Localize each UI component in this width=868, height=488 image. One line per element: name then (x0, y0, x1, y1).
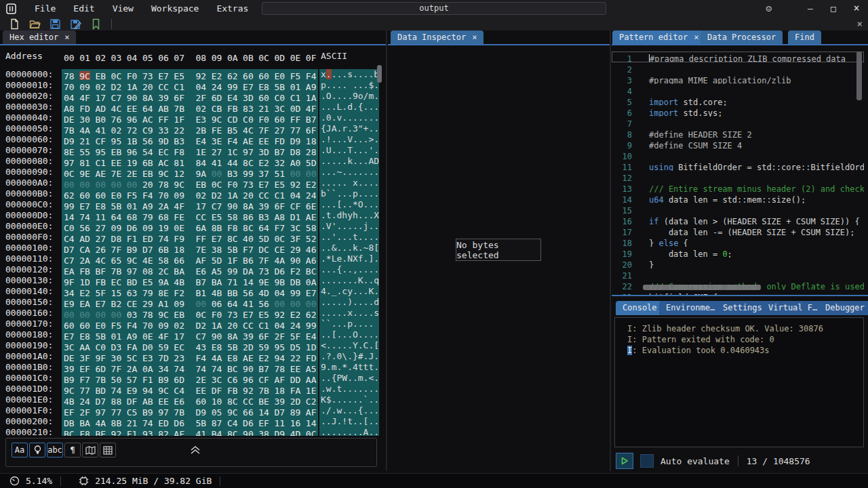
code-line-9[interactable]: 9#define CSUM_SIZE 4 (612, 138, 864, 149)
panel-close-icon[interactable]: × (857, 18, 863, 29)
hex-byte[interactable]: 38 (258, 429, 274, 436)
ascii-cell[interactable]: K$......`....9-. (319, 394, 379, 405)
ascii-cell[interactable]: ..J.!t..[....... (319, 416, 379, 427)
ascii-cell[interactable]: .V'.....j...d.<X (319, 221, 379, 232)
code-line-5[interactable]: 5import std.core; (612, 95, 864, 106)
code-line-13[interactable]: 13/// Entire stream minus header (2) and… (612, 182, 864, 192)
ascii-cell[interactable]: b``...p.... ...$ (319, 188, 379, 199)
ascii-cell[interactable]: .*Le.NXf.]...J.. (319, 253, 379, 264)
console-tab-environme-[interactable]: Environme… (659, 301, 722, 315)
ascii-cell[interactable]: 9.m.*.4ttt...x.. (319, 362, 379, 373)
ascii-cell[interactable]: ...L.d.{....!<.O (319, 102, 379, 113)
auto-evaluate-checkbox[interactable] (640, 454, 654, 468)
ascii-cell[interactable]: p.... ...$...[.. (319, 80, 379, 91)
menu-extras[interactable]: Extras (208, 0, 257, 17)
hex-byte[interactable]: F8 (79, 429, 95, 436)
bookmark-icon[interactable] (90, 18, 102, 30)
tab-pattern-editor[interactable]: Pattern editor× (612, 30, 705, 44)
hex-byte[interactable]: 90 (243, 429, 258, 436)
minimap-button[interactable] (82, 443, 98, 458)
output-selector[interactable]: output (262, 2, 606, 15)
ascii-cell[interactable]: .0.v.........`.. (319, 113, 379, 123)
code-line-6[interactable]: 6import std.sys; (612, 106, 864, 117)
close-button[interactable]: × (845, 0, 868, 17)
new-file-icon[interactable] (9, 18, 20, 30)
ascii-cell[interactable]: ..&...k.~8[...)F (319, 243, 379, 253)
ascii-abc-button[interactable]: abc (47, 443, 63, 458)
ascii-cell[interactable]: .......K..q..... (319, 275, 379, 286)
ascii-cell[interactable]: .....k...AD..2.] (319, 156, 379, 167)
code-line-12[interactable]: 12 (612, 171, 864, 182)
ascii-cell[interactable]: ...[..*O....9o.n (319, 199, 379, 210)
tab-data-processor[interactable]: Data Processor (701, 30, 783, 44)
code-line-20[interactable]: 20} (612, 258, 864, 268)
save-as-icon[interactable] (70, 18, 81, 30)
minimize-button[interactable]: – (799, 0, 822, 17)
menu-workspace[interactable]: Workspace (142, 0, 208, 17)
code-line-15[interactable]: 15 (612, 203, 864, 214)
ascii-cell[interactable]: .....)....dAV... (319, 297, 379, 308)
hex-byte[interactable]: 4D (290, 429, 306, 436)
hex-byte[interactable]: 92 (111, 429, 127, 436)
console-tab-debugger[interactable]: Debugger (818, 301, 868, 315)
code-line-14[interactable]: 14u64 data_len = std::mem::size(); (612, 192, 864, 203)
tab-data-inspector[interactable]: Data Inspector× (391, 30, 484, 44)
save-icon[interactable] (50, 18, 61, 30)
code-line-10[interactable]: 10 (612, 149, 864, 160)
ascii-cell[interactable]: ........A...8.M. (319, 427, 379, 436)
hex-byte[interactable]: AF (174, 429, 189, 436)
hex-byte[interactable]: BE (95, 429, 111, 436)
hex-byte[interactable]: B4 (212, 429, 227, 436)
code-line-19[interactable]: 19 data_len = 0; (612, 247, 864, 258)
ascii-cell[interactable]: .....x....s....b (319, 308, 379, 319)
code-line-21[interactable]: 21 (612, 268, 864, 279)
hex-scrollbar-thumb[interactable] (377, 65, 382, 83)
ascii-cell[interactable]: <.....Y.C.[-Y... (319, 340, 379, 351)
ascii-cell[interactable]: x....s....b``... (319, 69, 379, 80)
menu-edit[interactable]: Edit (64, 0, 103, 17)
ascii-cell[interactable]: .O....9o/m.=`... (319, 91, 379, 102)
panel-divider[interactable] (386, 30, 387, 471)
menu-view[interactable]: View (104, 0, 142, 17)
paragraph-button[interactable]: ¶ (64, 443, 81, 458)
code-line-11[interactable]: 11using BitfieldOrder = std::core::Bitfi… (612, 160, 864, 171)
ascii-cell[interactable]: ``...p.... ...$. (319, 319, 379, 329)
pattern-console-splitter[interactable] (612, 295, 868, 296)
feedback-smiley-icon[interactable]: ☺ (766, 3, 772, 14)
code-line-4[interactable]: 4 (612, 84, 864, 95)
ascii-cell[interactable]: ...{..,.....s... (319, 264, 379, 275)
code-line-17[interactable]: 17 data_len -= (HEADER_SIZE + CSUM_SIZE)… (612, 225, 864, 236)
pattern-code-editor[interactable]: 1#pragma description ZLIB compressed dat… (612, 52, 864, 296)
hex-byte[interactable]: BC (64, 429, 79, 436)
evaluate-play-button[interactable] (616, 453, 633, 469)
tab-close-icon[interactable]: × (472, 33, 477, 42)
ascii-cell[interactable]: 4._.cy...K.VM... (319, 286, 379, 297)
tab-hex-editor[interactable]: Hex editor× (3, 30, 76, 44)
hex-byte[interactable]: 93 (142, 429, 158, 436)
code-line-1[interactable]: 1#pragma description ZLIB compressed dat… (612, 52, 864, 62)
ascii-cell[interactable]: ./.w...{...f.... (319, 405, 379, 416)
hex-byte[interactable]: D9 (274, 429, 290, 436)
code-line-2[interactable]: 2 (612, 62, 864, 73)
ascii-cell[interactable]: ..'...t....@].?R (319, 232, 379, 243)
open-file-icon[interactable] (29, 18, 41, 30)
ascii-cell[interactable]: ...~........7Q.. (319, 167, 379, 178)
ascii-cell[interactable]: ..{PW..m.<...... (319, 373, 379, 384)
pattern-hscrollbar-thumb[interactable] (643, 285, 761, 290)
menu-file[interactable]: File (26, 0, 64, 17)
ascii-cell[interactable]: .w.t........{... (319, 384, 379, 394)
highlight-bulb-button[interactable] (29, 443, 45, 458)
grid-button[interactable] (100, 443, 116, 458)
code-line-18[interactable]: 18} else { (612, 236, 864, 247)
hex-byte[interactable]: 41 (196, 429, 212, 436)
code-line-16[interactable]: 16if (data_len > (HEADER_SIZE + CSUM_SIZ… (612, 214, 864, 225)
hex-byte[interactable]: 82 (158, 429, 174, 436)
hex-byte[interactable]: 8C (227, 429, 243, 436)
ascii-cell[interactable]: ..... x....s.... (319, 178, 379, 188)
collapse-footer-button[interactable] (185, 441, 205, 459)
ascii-cell[interactable]: .?.0\.}#.J....". (319, 351, 379, 362)
code-line-7[interactable]: 7 (612, 117, 864, 127)
pattern-vscrollbar-thumb[interactable] (856, 52, 862, 100)
ascii-cell[interactable]: {JA.r.3"+..L.'wo (319, 123, 379, 134)
panel-divider[interactable] (610, 30, 611, 471)
